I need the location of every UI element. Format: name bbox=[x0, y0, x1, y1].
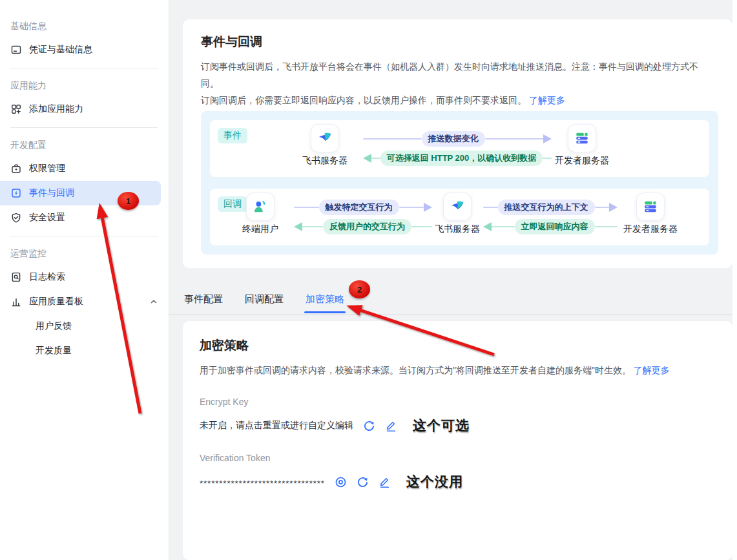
node-label: 开发者服务器 bbox=[612, 223, 689, 235]
sidebar-divider bbox=[10, 127, 158, 128]
arrow-label: 触发特定交互行为 bbox=[319, 200, 399, 215]
arrow-label: 推送交互行为的上下文 bbox=[498, 200, 595, 215]
sidebar-item-label: 添加应用能力 bbox=[29, 103, 83, 115]
arrowhead-left bbox=[483, 222, 492, 231]
encrypt-key-field: Encrypt Key 未开启，请点击重置或进行自定义编辑 这个可选 bbox=[200, 397, 716, 435]
sidebar: 基础信息 凭证与基础信息 应用能力 添加应用能力 开发配置 权限管理 事件与回调… bbox=[0, 0, 169, 560]
node-label: 开发者服务器 bbox=[543, 155, 621, 167]
tab-encryption-strategy[interactable]: 加密策略 bbox=[304, 288, 346, 315]
sidebar-divider bbox=[10, 236, 158, 236]
verification-token-value: ******************************** bbox=[200, 479, 325, 488]
backward-arrow: 反馈用户的交互行为 bbox=[294, 218, 432, 235]
handwritten-note: 这个没用 bbox=[406, 473, 463, 491]
feishu-logo-icon bbox=[443, 192, 472, 221]
main-content: 事件与回调 订阅事件或回调后，飞书开放平台将会在事件（如机器人入群）发生时向请求… bbox=[169, 0, 737, 560]
server-icon bbox=[568, 124, 596, 152]
event-bolt-icon bbox=[10, 187, 22, 199]
end-user-icon bbox=[246, 192, 275, 221]
learn-more-link[interactable]: 了解更多 bbox=[634, 365, 670, 375]
feishu-server-node: 飞书服务器 bbox=[286, 124, 364, 167]
sidebar-item-label: 权限管理 bbox=[29, 163, 65, 174]
sidebar-divider bbox=[10, 68, 158, 68]
sidebar-item-credentials[interactable]: 凭证与基础信息 bbox=[0, 37, 169, 62]
event-badge: 事件 bbox=[218, 128, 247, 143]
scrollbar-track[interactable] bbox=[732, 0, 737, 560]
forward-arrow: 推送交互行为的上下文 bbox=[483, 199, 618, 216]
tab-event-config[interactable]: 事件配置 bbox=[183, 288, 224, 315]
events-callbacks-card: 事件与回调 订阅事件或回调后，飞书开放平台将会在事件（如机器人入群）发生时向请求… bbox=[183, 19, 732, 268]
sidebar-item-label: 日志检索 bbox=[29, 271, 65, 283]
verification-token-label: Verification Token bbox=[200, 453, 716, 463]
backward-arrow: 可选择返回 HTTP 200，以确认收到数据 bbox=[363, 150, 552, 167]
sidebar-item-label: 凭证与基础信息 bbox=[29, 44, 92, 56]
sidebar-item-events-callbacks[interactable]: 事件与回调 bbox=[0, 181, 161, 205]
encryption-description-text: 用于加密事件或回调的请求内容，校验请求来源。当订阅方式为"将回调推送至开发者自建… bbox=[200, 365, 631, 375]
sidebar-item-label: 安全设置 bbox=[29, 212, 65, 223]
sidebar-item-dev-quality[interactable]: 开发质量 bbox=[0, 338, 169, 363]
developer-server-node: 开发者服务器 bbox=[612, 192, 689, 235]
node-label: 终端用户 bbox=[222, 223, 299, 235]
reset-icon[interactable] bbox=[363, 420, 375, 432]
sidebar-section-capabilities: 应用能力 bbox=[0, 79, 169, 92]
encryption-description: 用于加密事件或回调的请求内容，校验请求来源。当订阅方式为"将回调推送至开发者自建… bbox=[200, 362, 716, 379]
sidebar-item-permissions[interactable]: 权限管理 bbox=[0, 156, 169, 181]
verification-token-row: ******************************** 这个没用 bbox=[200, 473, 716, 491]
edit-icon[interactable] bbox=[385, 420, 397, 432]
config-tabbar: 事件配置 回调配置 加密策略 bbox=[183, 288, 346, 315]
bar-chart-icon bbox=[10, 296, 22, 307]
events-description-line2: 订阅回调后，你需要立即返回响应内容，以反馈用户操作，而事件则不要求返回。 bbox=[201, 95, 526, 105]
encrypt-key-label: Encrypt Key bbox=[200, 397, 716, 407]
events-diagram-panel: 事件 飞书服务器 推送数据变化 可选择返回 HTTP 200，以 bbox=[201, 111, 718, 254]
grid-plus-icon bbox=[10, 103, 22, 115]
sidebar-section-dev-config: 开发配置 bbox=[0, 138, 169, 151]
encrypt-key-value: 未开启，请点击重置或进行自定义编辑 bbox=[200, 420, 353, 431]
node-label: 飞书服务器 bbox=[286, 155, 364, 167]
arrowhead-left bbox=[363, 154, 371, 163]
handwritten-note: 这个可选 bbox=[413, 417, 470, 435]
arrowhead-left bbox=[294, 222, 302, 231]
learn-more-link[interactable]: 了解更多 bbox=[529, 95, 565, 105]
callback-arrows-right: 推送交互行为的上下文 立即返回响应内容 bbox=[483, 199, 618, 235]
developer-server-node: 开发者服务器 bbox=[543, 124, 621, 167]
sidebar-item-label: 用户反馈 bbox=[36, 320, 72, 332]
sidebar-item-add-capability[interactable]: 添加应用能力 bbox=[0, 97, 169, 121]
encrypt-key-row: 未开启，请点击重置或进行自定义编辑 这个可选 bbox=[200, 417, 716, 435]
sidebar-section-basic-info: 基础信息 bbox=[0, 19, 169, 32]
end-user-node: 终端用户 bbox=[222, 192, 299, 235]
shield-check-icon bbox=[10, 212, 22, 223]
show-value-eye-icon[interactable] bbox=[335, 476, 347, 488]
arrow-label: 可选择返回 HTTP 200，以确认收到数据 bbox=[380, 150, 543, 166]
arrow-label: 立即返回响应内容 bbox=[515, 219, 595, 234]
callback-arrows-left: 触发特定交互行为 反馈用户的交互行为 bbox=[294, 199, 432, 235]
verification-token-field: Verification Token *********************… bbox=[200, 453, 716, 491]
reset-icon[interactable] bbox=[357, 476, 369, 488]
diagram-row-events: 事件 飞书服务器 推送数据变化 可选择返回 HTTP 200，以 bbox=[210, 120, 709, 177]
sidebar-item-log-search[interactable]: 日志检索 bbox=[0, 265, 169, 289]
sidebar-item-label: 事件与回调 bbox=[29, 187, 74, 199]
sidebar-item-quality-dashboard[interactable]: 应用质量看板 bbox=[0, 289, 169, 314]
section-title: 加密策略 bbox=[200, 337, 716, 354]
forward-arrow: 推送数据变化 bbox=[363, 130, 552, 147]
arrow-label: 推送数据变化 bbox=[422, 131, 485, 147]
event-arrows: 推送数据变化 可选择返回 HTTP 200，以确认收到数据 bbox=[363, 130, 552, 167]
feishu-logo-icon bbox=[311, 124, 339, 152]
sidebar-item-label: 应用质量看板 bbox=[29, 296, 83, 307]
forward-arrow: 触发特定交互行为 bbox=[294, 199, 432, 216]
edit-icon[interactable] bbox=[379, 476, 391, 488]
sidebar-item-user-feedback[interactable]: 用户反馈 bbox=[0, 314, 169, 338]
diagram-row-callbacks: 回调 终端用户 触发特定交互行为 反馈用户的交互行为 bbox=[210, 189, 709, 245]
tab-callback-config[interactable]: 回调配置 bbox=[244, 288, 285, 315]
encryption-strategy-card: 加密策略 用于加密事件或回调的请求内容，校验请求来源。当订阅方式为"将回调推送至… bbox=[183, 321, 732, 560]
sidebar-section-ops-monitor: 运营监控 bbox=[0, 247, 169, 260]
log-search-icon bbox=[10, 271, 22, 283]
sidebar-item-label: 开发质量 bbox=[36, 345, 72, 357]
backward-arrow: 立即返回响应内容 bbox=[483, 218, 618, 235]
arrow-label: 反馈用户的交互行为 bbox=[323, 219, 411, 234]
id-card-icon bbox=[10, 44, 22, 56]
page-title: 事件与回调 bbox=[201, 34, 714, 50]
events-description-line1: 订阅事件或回调后，飞书开放平台将会在事件（如机器人入群）发生时向请求地址推送消息… bbox=[201, 61, 698, 88]
sidebar-item-security-settings[interactable]: 安全设置 bbox=[0, 205, 169, 230]
server-icon bbox=[636, 192, 665, 221]
briefcase-lock-icon bbox=[10, 163, 22, 174]
chevron-up-icon[interactable] bbox=[149, 297, 158, 306]
